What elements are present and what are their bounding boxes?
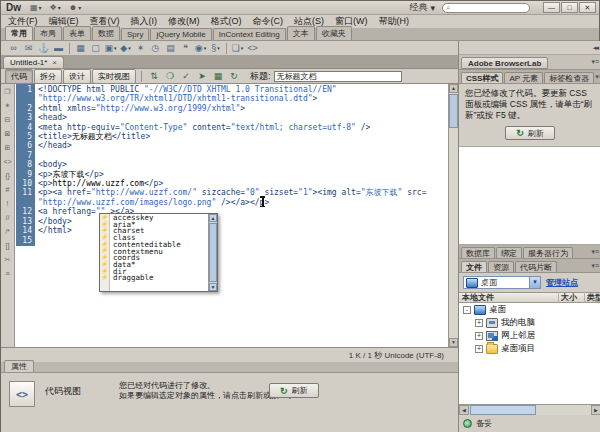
insert-tab[interactable]: jQuery Mobile: [150, 28, 211, 40]
move-css-icon[interactable]: ≡: [2, 269, 13, 279]
maximize-button[interactable]: □: [561, 2, 578, 13]
highlight-invalid-icon[interactable]: !: [2, 199, 13, 209]
code-hint-dropdown[interactable]: ⚡⚡⚡⚡⚡⚡⚡⚡⚡⚡ accesskeyaria*charsetclasscon…: [99, 213, 218, 292]
tree-item[interactable]: +网上邻居: [459, 329, 600, 342]
refresh-button[interactable]: ↻ 刷新: [269, 383, 319, 398]
insert-tab[interactable]: InContext Editing: [213, 28, 286, 40]
code-line[interactable]: 4<meta http-equiv="Content-Type" content…: [16, 123, 448, 132]
code-hint-scrollbar[interactable]: ▲ ▼: [208, 214, 217, 291]
title-input[interactable]: 无标题文档: [274, 71, 402, 82]
chevron-down-icon[interactable]: ▼: [529, 277, 540, 288]
tree-item[interactable]: +桌面项目: [459, 342, 600, 355]
site-setup-icon[interactable]: ☻▾: [69, 3, 81, 12]
insert-tab[interactable]: 布局: [34, 26, 62, 40]
code-line[interactable]: "http://www.uzzf.com/images/logo.png" />…: [16, 198, 448, 207]
apply-comment-icon[interactable]: //: [2, 213, 13, 223]
email-link-icon[interactable]: ✉: [22, 42, 35, 54]
code-line[interactable]: 15: [16, 236, 448, 245]
collapse-to-icons-button[interactable]: ◂◂: [593, 44, 598, 52]
panel-menu-icon[interactable]: ▾≡: [595, 73, 600, 83]
show-head-icon[interactable]: ✶: [2, 101, 13, 111]
code-line[interactable]: "http://www.w3.org/TR/xhtml1/DTD/xhtml1-…: [16, 94, 448, 103]
insert-tab[interactable]: 表单: [63, 26, 91, 40]
files-column-header[interactable]: 本地文件 大小 类型: [459, 292, 600, 303]
comment-icon[interactable]: ❝: [179, 42, 192, 54]
tab-adobe-browserlab[interactable]: Adobe BrowserLab: [461, 57, 548, 69]
menu-item[interactable]: 插入(I): [131, 15, 158, 28]
column-size[interactable]: 大小: [559, 292, 585, 303]
view-button[interactable]: 设计: [63, 69, 91, 84]
workspace-switcher[interactable]: 经典 ▾: [409, 1, 435, 14]
layout-switcher-icon[interactable]: ▦▾: [30, 3, 42, 12]
widget-icon[interactable]: ✶: [134, 42, 147, 54]
scroll-right-icon[interactable]: ▶: [591, 405, 600, 415]
document-tab[interactable]: Untitled-1* ×: [3, 56, 64, 68]
code-line[interactable]: 8<body>: [16, 160, 448, 169]
expand-node-icon[interactable]: +: [475, 345, 483, 353]
tree-item[interactable]: -桌面: [459, 303, 600, 316]
hyperlink-icon[interactable]: ∞: [7, 42, 20, 54]
collapse-node-icon[interactable]: -: [463, 306, 471, 314]
insert-tab[interactable]: 文本: [287, 26, 315, 40]
collapse-full-tag-icon[interactable]: ⊟: [2, 115, 13, 125]
code-line[interactable]: 1<!DOCTYPE html PUBLIC "-//W3C//DTD XHTM…: [16, 85, 448, 94]
media-icon[interactable]: ◆▾: [119, 42, 132, 54]
view-button[interactable]: 拆分: [34, 69, 62, 84]
panel-menu-icon[interactable]: ▾≡: [591, 248, 599, 258]
code-line[interactable]: 12<a hreflang="" ></a>: [16, 207, 448, 216]
table-icon[interactable]: ▦: [74, 42, 87, 54]
view-options-icon[interactable]: ▦: [211, 70, 225, 82]
tab-标签检查器[interactable]: 标签检查器: [544, 72, 594, 83]
search-input[interactable]: ⌕: [442, 3, 530, 13]
tab-绑定[interactable]: 绑定: [496, 247, 522, 258]
head-icon[interactable]: ◉▾: [194, 42, 207, 54]
expand-all-icon[interactable]: ⊞: [2, 143, 13, 153]
insert-tab[interactable]: 常用: [5, 26, 33, 40]
insert-tab[interactable]: 数据: [92, 26, 120, 40]
open-documents-icon[interactable]: ❐: [2, 87, 13, 97]
code-line[interactable]: 14</html>: [16, 226, 448, 235]
column-type[interactable]: 类型: [585, 292, 600, 303]
menu-item[interactable]: 修改(M): [168, 15, 200, 28]
check-compatibility-icon[interactable]: ✓: [179, 70, 193, 82]
tab-代码片断[interactable]: 代码片断: [515, 261, 557, 272]
collapse-selection-icon[interactable]: ⊠: [2, 129, 13, 139]
code-lines[interactable]: 1<!DOCTYPE html PUBLIC "-//W3C//DTD XHTM…: [16, 85, 448, 245]
close-tab-icon[interactable]: ×: [52, 58, 57, 67]
files-horizontal-scrollbar[interactable]: ◀ ▶: [459, 404, 600, 415]
panel-menu-icon[interactable]: ▾≡: [591, 58, 599, 66]
scroll-left-icon[interactable]: ◀: [459, 405, 469, 415]
server-include-icon[interactable]: ▤: [164, 42, 177, 54]
code-line[interactable]: 13</body>: [16, 217, 448, 226]
tab-资源[interactable]: 资源: [488, 261, 514, 272]
refresh-icon[interactable]: ↻: [227, 70, 241, 82]
scroll-down-icon[interactable]: ▼: [449, 338, 458, 347]
templates-icon[interactable]: ❏▾: [231, 42, 244, 54]
code-line[interactable]: 6</head>: [16, 141, 448, 150]
scrollbar-thumb[interactable]: [449, 94, 458, 128]
balance-braces-icon[interactable]: {}: [2, 171, 13, 181]
tree-item[interactable]: +我的电脑: [459, 316, 600, 329]
scrollbar-thumb[interactable]: [209, 223, 217, 282]
scrollbar-thumb[interactable]: [470, 405, 536, 415]
menu-item[interactable]: 帮助(H): [379, 15, 410, 28]
code-line[interactable]: 5<title>无标题文档</title>: [16, 132, 448, 141]
insert-tab[interactable]: 收藏夹: [316, 26, 352, 40]
close-button[interactable]: ✕: [579, 2, 596, 13]
tab-数据库[interactable]: 数据库: [461, 247, 495, 258]
panel-menu-icon[interactable]: ▾≡: [591, 262, 599, 272]
code-view[interactable]: ❐✶⊟⊠⊞<>{}#!///*[]✂≡ 1<!DOCTYPE html PUBL…: [1, 84, 458, 347]
tag-chooser-icon[interactable]: <>: [246, 42, 259, 54]
code-line[interactable]: 11<p><a href="http://www.uzzf.com/" sizc…: [16, 188, 448, 197]
extend-icon[interactable]: ❖▾: [50, 3, 61, 12]
code-hint-item[interactable]: draggable: [110, 275, 208, 282]
code-line[interactable]: 7: [16, 151, 448, 160]
minimize-button[interactable]: —: [543, 2, 560, 13]
file-management-icon[interactable]: ⇅: [147, 70, 161, 82]
site-select[interactable]: 桌面 ▼: [463, 276, 541, 289]
date-icon[interactable]: ◷: [149, 42, 162, 54]
menu-item[interactable]: 命令(C): [253, 15, 284, 28]
expand-node-icon[interactable]: +: [475, 332, 483, 340]
view-button[interactable]: 实时视图: [92, 69, 136, 84]
insert-div-icon[interactable]: ▢: [89, 42, 102, 54]
